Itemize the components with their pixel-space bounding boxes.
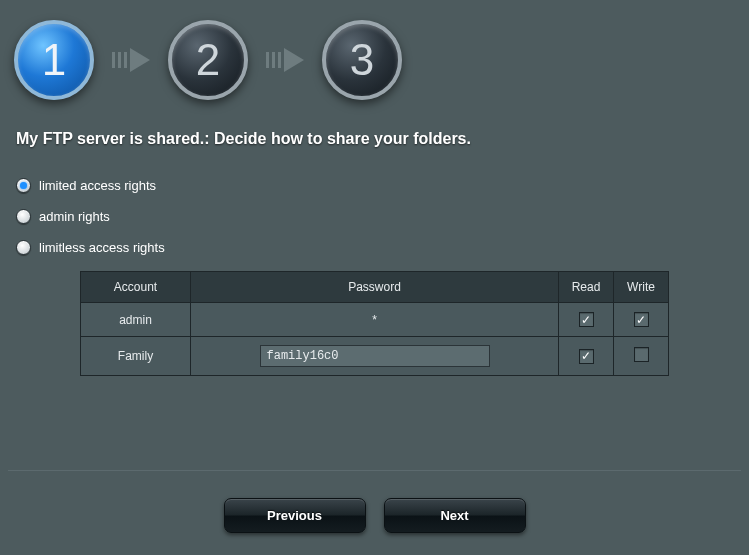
cell-write: [614, 337, 669, 376]
access-rights-radio-group: limited access rights admin rights limit…: [0, 154, 749, 255]
wizard-nav-buttons: Previous Next: [0, 498, 749, 533]
step-3-number: 3: [350, 35, 374, 85]
checkbox-read[interactable]: [579, 312, 594, 327]
button-label: Previous: [267, 508, 322, 523]
table-row: admin *: [81, 303, 669, 337]
wizard-steps: 1 2 3: [0, 0, 749, 110]
step-3-circle: 3: [322, 20, 402, 100]
cell-write: [614, 303, 669, 337]
step-1-circle: 1: [14, 20, 94, 100]
horizontal-divider: [8, 470, 741, 471]
step-2-circle: 2: [168, 20, 248, 100]
radio-label: limitless access rights: [39, 240, 165, 255]
header-account: Account: [81, 272, 191, 303]
header-read: Read: [559, 272, 614, 303]
cell-account: admin: [81, 303, 191, 337]
radio-limited-access[interactable]: limited access rights: [16, 178, 733, 193]
radio-admin-rights[interactable]: admin rights: [16, 209, 733, 224]
table-row: Family: [81, 337, 669, 376]
cell-read: [559, 303, 614, 337]
checkbox-write[interactable]: [634, 312, 649, 327]
checkbox-read[interactable]: [579, 349, 594, 364]
next-button[interactable]: Next: [384, 498, 526, 533]
checkbox-write[interactable]: [634, 347, 649, 362]
radio-icon: [16, 209, 31, 224]
permissions-table: Account Password Read Write admin * Fami…: [80, 271, 669, 376]
header-write: Write: [614, 272, 669, 303]
step-1-number: 1: [42, 35, 66, 85]
radio-icon: [16, 240, 31, 255]
radio-label: admin rights: [39, 209, 110, 224]
step-2-number: 2: [196, 35, 220, 85]
cell-password: [191, 337, 559, 376]
previous-button[interactable]: Previous: [224, 498, 366, 533]
arrow-icon: [266, 48, 304, 72]
page-title: My FTP server is shared.: Decide how to …: [0, 110, 749, 154]
cell-read: [559, 337, 614, 376]
cell-account: Family: [81, 337, 191, 376]
radio-icon: [16, 178, 31, 193]
password-input[interactable]: [260, 345, 490, 367]
button-label: Next: [440, 508, 468, 523]
radio-label: limited access rights: [39, 178, 156, 193]
cell-password: *: [191, 303, 559, 337]
radio-limitless-access[interactable]: limitless access rights: [16, 240, 733, 255]
arrow-icon: [112, 48, 150, 72]
header-password: Password: [191, 272, 559, 303]
